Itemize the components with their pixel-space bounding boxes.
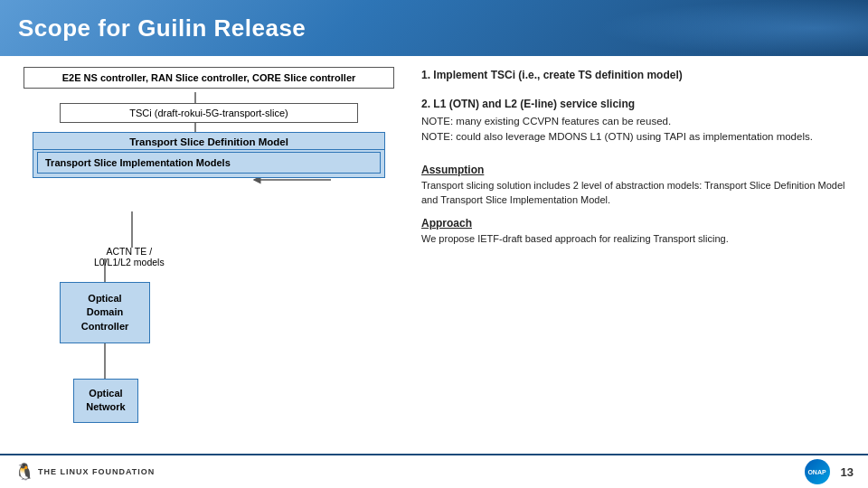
page-footer: 🐧 THE LINUX FOUNDATION ONAP 13 [0, 454, 868, 488]
main-content: E2E NS controller, RAN Slice controller,… [0, 56, 868, 454]
page-number: 13 [841, 465, 854, 479]
approach-title: Approach [421, 215, 854, 231]
item2-block: 2. L1 (OTN) and L2 (E-line) service slic… [421, 96, 854, 145]
transport-definition-label: Transport Slice Definition Model [33, 133, 384, 150]
assumption-title: Assumption [421, 162, 854, 178]
diagram-svg [14, 67, 394, 446]
transport-box: Transport Slice Definition Model Transpo… [33, 132, 385, 178]
approach-text: We propose IETF-draft based approach for… [421, 231, 854, 247]
optical-network-box: Optical Network [73, 379, 138, 423]
assumption-block: Assumption Transport slicing solution in… [421, 162, 854, 247]
assumption-text: Transport slicing solution includes 2 le… [421, 178, 854, 208]
item2-note1: NOTE: many existing CCVPN features can b… [421, 114, 854, 129]
item2-label: 2. L1 (OTN) and L2 (E-line) service slic… [421, 96, 854, 112]
item1-label: 1. Implement TSCi (i.e., create TS defin… [421, 67, 854, 83]
item2-note2: NOTE: could also leverage MDONS L1 (OTN)… [421, 129, 854, 145]
actn-label: ACTN TE / L0/L1/L2 models [87, 243, 172, 270]
e2e-box: E2E NS controller, RAN Slice controller,… [24, 67, 394, 89]
onap-logo: ONAP [805, 459, 830, 484]
tux-icon: 🐧 [14, 462, 34, 482]
tsci-box: TSCi (draft-rokui-5G-transport-slice) [60, 103, 358, 123]
text-panel: 1. Implement TSCi (i.e., create TS defin… [403, 67, 854, 446]
item1-block: 1. Implement TSCi (i.e., create TS defin… [421, 67, 854, 83]
optical-controller-box: Optical Domain Controller [60, 282, 150, 343]
diagram-panel: E2E NS controller, RAN Slice controller,… [14, 67, 403, 446]
onap-circle-icon: ONAP [805, 459, 830, 484]
linux-foundation-logo: 🐧 THE LINUX FOUNDATION [14, 462, 155, 482]
page-title: Scope for Guilin Release [18, 14, 306, 42]
page-header: Scope for Guilin Release [0, 0, 868, 56]
transport-impl-box: Transport Slice Implementation Models [37, 152, 381, 174]
linux-foundation-text: THE LINUX FOUNDATION [38, 467, 155, 476]
